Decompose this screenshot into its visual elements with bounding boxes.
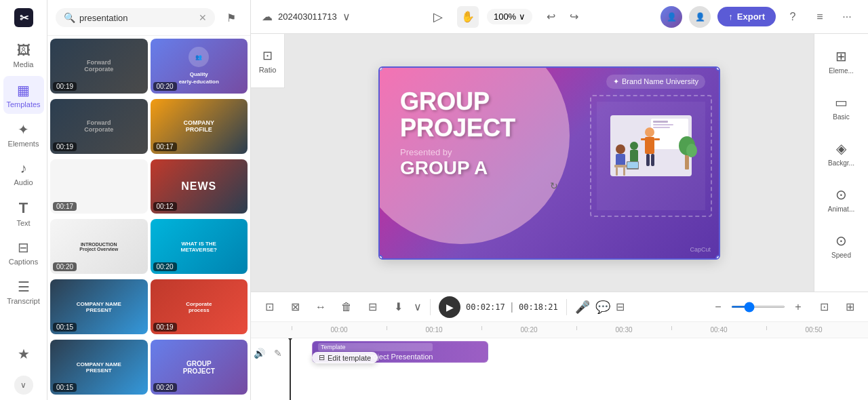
clear-search-icon[interactable]: ✕ [199,12,207,23]
template-card[interactable]: INTRODUCTIONProject Overview 00:20 [50,219,148,274]
sidebar-item-text[interactable]: T Text [3,194,44,232]
handle-bl[interactable] [380,255,383,258]
user-icon: 👤 [695,12,705,22]
sidebar-item-media[interactable]: 🖼 Media [3,37,44,75]
template-card[interactable]: Corporateprocess 00:19 [151,279,248,334]
background-panel-icon: ◈ [836,140,846,157]
topbar-center: ▷ ✋ 100% ∨ ↩ ↪ [359,6,653,28]
right-panel-speed[interactable]: ⊙ Speed [818,224,865,267]
edit-template-badge[interactable]: ⊟ Edit template [312,352,378,363]
template-card[interactable]: 00:17 [50,159,148,214]
right-panel-elements[interactable]: ⊞ Eleme... [818,39,865,83]
ruler-mark: 00:40 [671,326,766,334]
adjust-tool-button[interactable]: ⊟ [362,297,382,317]
main-area: ☁ 202403011713 ∨ ▷ ✋ 100% ∨ ↩ ↪ 👤 👤 [251,0,868,400]
template-card[interactable]: 👥 Qualityearly-education 00:20 [151,39,248,94]
search-input[interactable] [79,13,195,23]
templates-panel: 🔍 ✕ ⚑ ForwardCorporate 00:19 👥 Qualityea… [47,0,251,400]
audio-icon: ♪ [20,161,27,176]
timeline-play-button[interactable]: ▶ [439,296,460,318]
template-card[interactable]: COMPANY NAMEPRESENT 00:15 [50,340,148,395]
ruler-mark: 00:50 [766,326,861,334]
template-card[interactable]: COMPANYPROFILE 00:17 [151,99,248,154]
star-icon: ★ [18,346,30,362]
redo-button[interactable]: ↪ [564,7,584,27]
template-card[interactable]: GROUPPROJECT 00:20 [151,340,248,395]
filter-icon: ⚑ [226,12,236,24]
zoom-slider-group: − + [708,297,808,317]
template-card[interactable]: ForwardCorporate 00:19 [50,99,148,154]
svg-rect-20 [630,150,638,162]
mic-button[interactable]: 🎤 [575,300,590,315]
copy-tool-button[interactable]: ⊡ [259,297,279,317]
more-button[interactable]: ··· [837,7,857,27]
undo-button[interactable]: ↩ [540,7,561,27]
split-tool-button[interactable]: ⊠ [285,297,305,317]
timeline-ruler: 00:00 00:10 00:20 00:30 00:40 00:50 [251,322,868,338]
template-card[interactable]: WHAT IS THEMETAVERSE? 00:20 [151,219,248,274]
template-card[interactable]: ForwardCorporate 00:19 [50,39,148,94]
right-panel-background[interactable]: ◈ Backgr... [818,132,865,175]
fullscreen-button[interactable]: ⊡ [814,297,834,317]
rotate-handle[interactable]: ↻ [550,180,558,191]
slide-canvas[interactable]: ✦ Brand Name University GROUP PROJECT Pr… [380,68,719,258]
svg-rect-11 [654,138,660,140]
template-duration: 00:17 [53,202,77,211]
sidebar-item-elements[interactable]: ✦ Elements [3,115,44,153]
tts-button[interactable]: 💬 [595,300,610,315]
playhead[interactable] [290,338,291,400]
undo-redo-group: ↩ ↪ [540,7,584,27]
download-tool-button[interactable]: ⬇ [388,297,408,317]
handle-tr[interactable] [715,68,719,71]
handle-br[interactable] [715,255,719,258]
app-logo[interactable]: ✂ [12,5,36,30]
delete-tool-button[interactable]: 🗑 [336,297,357,317]
right-panel: ⊞ Eleme... ▭ Basic ◈ Backgr... ⊙ Animat.… [814,34,868,292]
zoom-out-button[interactable]: − [708,297,728,317]
storyboard-button[interactable]: ⊞ [840,297,860,317]
sidebar-audio-label: Audio [14,178,33,186]
zoom-value: 100% [494,12,516,22]
user-avatar: 👤 [689,6,711,28]
media-icon: 🖼 [17,43,31,58]
ratio-label: Ratio [259,66,277,74]
project-dropdown-icon[interactable]: ∨ [342,10,351,23]
sidebar-item-templates[interactable]: ▦ Templates [3,76,44,114]
zoom-dropdown-icon: ∨ [519,12,526,22]
template-card[interactable]: NEWS 00:12 [151,159,248,214]
right-panel-basic[interactable]: ▭ Basic [818,85,865,129]
svg-rect-6 [653,124,673,125]
align-tool-button[interactable]: ↔ [311,297,331,317]
search-box[interactable]: 🔍 ✕ [56,8,215,27]
time-separator: | [511,301,513,313]
slide-illustration [590,95,712,217]
help-button[interactable]: ? [783,7,803,27]
zoom-in-button[interactable]: + [788,297,808,317]
export-label: Export [737,12,765,22]
export-button[interactable]: ↑ Export [717,7,776,26]
template-card[interactable]: COMPANY NAMEPRESENT 00:15 [50,279,148,334]
basic-panel-label: Basic [833,113,849,121]
slide-watermark: CapCut [690,246,711,253]
ratio-button[interactable]: ⊡ Ratio [251,34,285,88]
captions-button[interactable]: ⊟ [616,300,625,313]
zoom-slider-input[interactable] [731,306,785,308]
share-button[interactable]: ≡ [810,7,830,27]
hand-tool-button[interactable]: ✋ [457,6,479,28]
zoom-control[interactable]: 100% ∨ [487,9,532,24]
volume-button[interactable]: 🔊 [251,345,267,361]
text-icon: T [19,199,28,217]
play-mode-button[interactable]: ▷ [427,6,449,28]
sidebar-item-star[interactable]: ★ [3,335,44,373]
template-duration: 00:12 [153,202,177,211]
filter-button[interactable]: ⚑ [220,7,242,28]
dropdown-arrow[interactable]: ∨ [414,300,422,313]
sidebar-item-transcript[interactable]: ☰ Transcript [3,273,44,311]
template-duration: 00:15 [53,383,77,392]
sidebar-item-captions[interactable]: ⊟ Captions [3,233,44,271]
sidebar-item-audio[interactable]: ♪ Audio [3,155,44,193]
edit-track-button[interactable]: ✎ [270,345,286,361]
svg-rect-16 [614,165,627,167]
right-panel-animate[interactable]: ⊙ Animat... [818,178,865,221]
sidebar-collapse-btn[interactable]: ∨ [14,376,33,395]
